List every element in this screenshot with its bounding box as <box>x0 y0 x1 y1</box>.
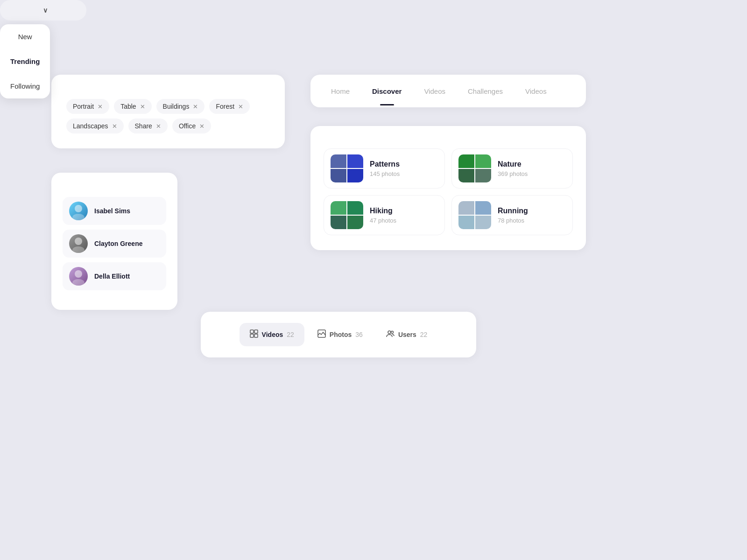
person-item[interactable]: Isabel Sims <box>63 197 166 225</box>
svg-rect-9 <box>254 334 258 337</box>
collection-info: Patterns 145 photos <box>370 160 400 177</box>
tag-label: Buildings <box>163 103 190 110</box>
collection-info: Hiking 47 photos <box>370 207 396 224</box>
collection-thumbnail <box>458 154 491 182</box>
thumb-piece <box>331 216 346 229</box>
tag-close-icon[interactable]: ✕ <box>156 123 161 129</box>
svg-rect-7 <box>254 330 258 333</box>
nav-tab-videos[interactable]: Videos <box>514 77 558 105</box>
trending-menu-item[interactable]: Trending <box>0 49 50 74</box>
tag-forest[interactable]: Forest✕ <box>209 99 250 114</box>
thumb-piece <box>475 154 491 168</box>
nav-tab-discover[interactable]: Discover <box>361 77 413 105</box>
thumb-piece <box>458 201 474 215</box>
trending-trigger[interactable]: ∨ <box>0 0 86 21</box>
thumb-piece <box>475 169 491 182</box>
collection-count: 145 photos <box>370 170 400 177</box>
users-icon <box>386 329 395 340</box>
avatar-icon <box>69 234 88 253</box>
svg-point-12 <box>391 331 393 334</box>
collection-item-hiking[interactable]: Hiking 47 photos <box>324 195 445 235</box>
tag-label: Portrait <box>73 103 94 110</box>
search-tab-label: Photos <box>330 331 352 338</box>
collection-info: Nature 369 photos <box>498 160 528 177</box>
tag-close-icon[interactable]: ✕ <box>238 104 243 110</box>
collection-thumbnail <box>458 201 491 229</box>
tag-close-icon[interactable]: ✕ <box>140 104 145 110</box>
thumb-piece <box>347 216 363 229</box>
svg-point-5 <box>72 279 85 286</box>
search-tab-count: 36 <box>355 331 363 338</box>
search-tab-videos[interactable]: Videos 22 <box>240 323 304 346</box>
tag-table[interactable]: Table✕ <box>114 99 151 114</box>
collection-item-nature[interactable]: Nature 369 photos <box>451 148 573 189</box>
collection-name: Hiking <box>370 207 396 215</box>
tag-label: Forest <box>216 103 234 110</box>
collections-grid: Patterns 145 photos Nature 369 photos Hi… <box>324 148 573 235</box>
nav-tab-home[interactable]: Home <box>320 77 361 105</box>
videos-icon <box>250 329 258 340</box>
svg-rect-6 <box>250 330 254 333</box>
collections-card: Patterns 145 photos Nature 369 photos Hi… <box>310 126 586 250</box>
tag-label: Office <box>179 122 196 130</box>
trending-menu-item[interactable]: Following <box>0 74 50 98</box>
collection-thumbnail <box>331 154 363 182</box>
search-tab-label: Users <box>398 331 416 338</box>
tag-label: Table <box>120 103 136 110</box>
tag-landscapes[interactable]: Landscapes✕ <box>66 119 124 133</box>
recent-searches-card: Portrait✕Table✕Buildings✕Forest✕Landscap… <box>51 75 285 148</box>
thumb-piece <box>347 154 363 168</box>
avatar-icon <box>69 202 88 220</box>
thumb-piece <box>331 154 346 168</box>
chevron-down-icon: ∨ <box>43 7 48 14</box>
person-name: Della Elliott <box>94 273 130 280</box>
collection-name: Running <box>498 207 528 215</box>
collection-item-running[interactable]: Running 78 photos <box>451 195 573 235</box>
svg-rect-8 <box>250 334 254 337</box>
thumb-piece <box>331 201 346 215</box>
collection-count: 47 photos <box>370 217 396 224</box>
thumb-piece <box>331 169 346 182</box>
thumb-piece <box>475 201 491 215</box>
collection-thumbnail <box>331 201 363 229</box>
person-name: Clayton Greene <box>94 240 142 247</box>
search-tab-photos[interactable]: Photos 36 <box>307 323 373 346</box>
nav-tabs: HomeDiscoverVideosChallengesVideos <box>310 75 586 107</box>
svg-point-3 <box>72 246 85 253</box>
avatar <box>69 202 88 220</box>
people-list: Isabel Sims Clayton Greene Della Elliott <box>63 197 166 290</box>
nav-tab-challenges[interactable]: Challenges <box>457 77 514 105</box>
person-item[interactable]: Clayton Greene <box>63 230 166 258</box>
nav-tab-videos[interactable]: Videos <box>413 77 457 105</box>
tag-close-icon[interactable]: ✕ <box>193 104 198 110</box>
trending-dropdown: ∨ NewTrendingFollowing <box>0 0 86 21</box>
tag-share[interactable]: Share✕ <box>128 119 168 133</box>
search-tab-label: Videos <box>262 331 283 338</box>
search-tab-count: 22 <box>287 331 294 338</box>
collection-count: 369 photos <box>498 170 528 177</box>
tag-portrait[interactable]: Portrait✕ <box>66 99 109 114</box>
tag-buildings[interactable]: Buildings✕ <box>156 99 205 114</box>
thumb-piece <box>458 154 474 168</box>
avatar <box>69 234 88 253</box>
svg-point-2 <box>75 238 82 245</box>
person-item[interactable]: Della Elliott <box>63 262 166 290</box>
search-tab-users[interactable]: Users 22 <box>376 323 438 346</box>
avatar-icon <box>69 267 88 286</box>
tag-office[interactable]: Office✕ <box>172 119 211 133</box>
tag-close-icon[interactable]: ✕ <box>98 104 103 110</box>
tag-label: Share <box>135 122 152 130</box>
collection-count: 78 photos <box>498 217 528 224</box>
trending-menu-item[interactable]: New <box>0 24 50 49</box>
tag-close-icon[interactable]: ✕ <box>199 123 204 129</box>
collection-name: Patterns <box>370 160 400 168</box>
tag-close-icon[interactable]: ✕ <box>112 123 117 129</box>
thumb-piece <box>475 216 491 229</box>
collection-name: Nature <box>498 160 528 168</box>
collection-item-patterns[interactable]: Patterns 145 photos <box>324 148 445 189</box>
svg-point-0 <box>75 205 82 212</box>
thumb-piece <box>458 216 474 229</box>
thumb-piece <box>458 169 474 182</box>
person-name: Isabel Sims <box>94 207 130 215</box>
search-tabs: Videos 22 Photos 36 Users 22 <box>214 323 463 346</box>
